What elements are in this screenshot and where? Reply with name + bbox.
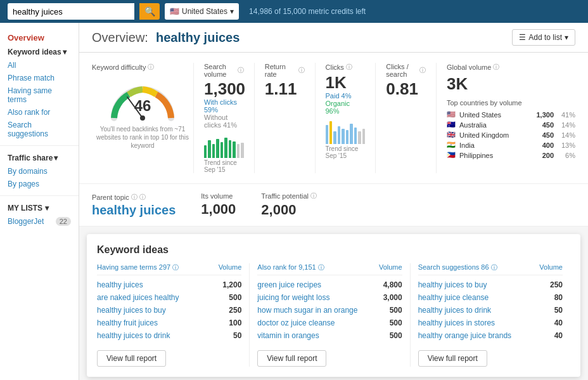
bar bbox=[329, 121, 332, 144]
gv-value: 3K bbox=[447, 74, 575, 94]
its-volume-block: Its volume 1,000 bbox=[201, 192, 236, 218]
svg-point-1 bbox=[140, 115, 145, 121]
hst-info-icon[interactable]: ⓘ bbox=[172, 264, 179, 271]
sidebar-item-keyword-ideas[interactable]: Keyword ideas▾ bbox=[0, 45, 79, 59]
view-full-report-arf-button[interactable]: View full report bbox=[257, 350, 326, 367]
ki-keyword-link[interactable]: healthy juices bbox=[97, 280, 143, 289]
ki-keyword-link[interactable]: green juice recipes bbox=[257, 280, 321, 289]
sidebar-item-overview[interactable]: Overview bbox=[0, 30, 79, 45]
bar bbox=[233, 141, 235, 158]
sidebar-item-by-domains[interactable]: By domains bbox=[0, 165, 79, 178]
kd-info-icon[interactable]: ⓘ bbox=[148, 63, 154, 72]
sidebar-item-also-rank-for[interactable]: Also rank for bbox=[0, 106, 79, 119]
sidebar-item-search-suggestions[interactable]: Search suggestions bbox=[0, 119, 79, 140]
bar bbox=[338, 126, 340, 144]
country-row-ph: 🇵🇭 Philippines 200 6% bbox=[447, 151, 575, 159]
ki-keyword-link[interactable]: juicing for weight loss bbox=[257, 293, 329, 302]
sidebar-my-lists[interactable]: MY LISTS▾ bbox=[0, 201, 79, 215]
sidebar-item-all[interactable]: All bbox=[0, 59, 79, 72]
ki-keyword-link[interactable]: healthy orange juice brands bbox=[418, 331, 511, 340]
country-label: United States bbox=[182, 7, 227, 16]
bar bbox=[224, 138, 227, 158]
country-row-in: 🇮🇳 India 400 13% bbox=[447, 141, 575, 149]
sv-label: Search volume ⓘ bbox=[204, 63, 244, 78]
ki-keyword-link[interactable]: healthy juice cleanse bbox=[418, 293, 489, 302]
parent-topic-value[interactable]: healthy juices bbox=[92, 203, 176, 218]
sv-info-icon[interactable]: ⓘ bbox=[238, 66, 244, 75]
bar bbox=[220, 142, 223, 158]
chevron-down-icon: ▾ bbox=[565, 33, 568, 42]
ki-keyword-link[interactable]: healthy juices to buy bbox=[418, 280, 487, 289]
country-row-au: 🇦🇺 Australia 450 14% bbox=[447, 121, 575, 129]
ki-keyword-link[interactable]: doctor oz juice cleanse bbox=[257, 318, 335, 327]
traffic-potential-block: Traffic potential ⓘ 2,000 bbox=[261, 192, 317, 218]
us-flag-icon: 🇺🇸 bbox=[170, 7, 179, 16]
sidebar-divider-1 bbox=[0, 145, 79, 146]
hst-header: Having same terms 297 ⓘ Volume bbox=[97, 263, 241, 275]
sidebar-item-phrase-match[interactable]: Phrase match bbox=[0, 72, 79, 84]
ki-keyword-link[interactable]: how much sugar in an orange bbox=[257, 306, 357, 315]
ki-keyword-link[interactable]: healthy juices to drink bbox=[97, 331, 170, 340]
rr-label: Return rate ⓘ bbox=[265, 63, 305, 78]
ki-keyword-link[interactable]: are naked juices healthy bbox=[97, 293, 179, 302]
ki-keyword-link[interactable]: healthy fruit juices bbox=[97, 318, 158, 327]
sidebar-item-by-pages[interactable]: By pages bbox=[0, 178, 79, 190]
topbar: 🔍 🇺🇸 United States ▾ 14,986 of 15,000 me… bbox=[0, 0, 588, 23]
clicks-info-icon[interactable]: ⓘ bbox=[346, 63, 352, 72]
parent-topic-block: Parent topic ⓘ ⓘ healthy juices bbox=[92, 193, 176, 218]
gv-label: Global volume ⓘ bbox=[447, 63, 575, 72]
sidebar-item-traffic-share[interactable]: Traffic share▾ bbox=[0, 151, 79, 165]
rr-info-icon[interactable]: ⓘ bbox=[298, 66, 305, 75]
keyword-difficulty-section: Keyword difficulty ⓘ bbox=[92, 63, 193, 173]
bar bbox=[350, 124, 352, 144]
chevron-down-icon: ▾ bbox=[230, 7, 234, 16]
search-button[interactable]: 🔍 bbox=[139, 3, 160, 20]
bar bbox=[241, 143, 243, 158]
tp-info-icon[interactable]: ⓘ bbox=[310, 192, 317, 200]
clicks-card: Clicks ⓘ 1K Paid 4% Organic 96% bbox=[315, 63, 376, 173]
sv-value: 1,300 bbox=[204, 81, 244, 97]
country-selector[interactable]: 🇺🇸 United States ▾ bbox=[165, 3, 239, 20]
list-item: how much sugar in an orange 500 bbox=[257, 306, 402, 315]
ki-keyword-link[interactable]: healthy juices to drink bbox=[418, 306, 491, 315]
ki-keyword-link[interactable]: vitamin in oranges bbox=[257, 331, 319, 340]
sv-sub: With clicks 59% Without clicks 41% bbox=[204, 98, 244, 129]
in-flag-icon: 🇮🇳 bbox=[447, 141, 456, 149]
sidebar-item-having-same-terms[interactable]: Having same terms bbox=[0, 84, 79, 106]
sidebar-item-bloggerjet[interactable]: BloggerJet 22 bbox=[0, 215, 79, 228]
view-full-report-hst-button[interactable]: View full report bbox=[97, 350, 166, 367]
add-to-list-button[interactable]: ☰ Add to list ▾ bbox=[512, 29, 575, 46]
ss-info-icon[interactable]: ⓘ bbox=[491, 264, 497, 271]
ki-keyword-link[interactable]: healthy juices to buy bbox=[97, 306, 166, 315]
bar bbox=[362, 129, 365, 144]
list-item: healthy orange juice brands 40 bbox=[418, 331, 563, 340]
parent-topic-label: Parent topic ⓘ ⓘ bbox=[92, 193, 176, 202]
kd-note: You'll need backlinks from ~71 websites … bbox=[92, 125, 193, 150]
bar bbox=[346, 130, 348, 144]
bar bbox=[342, 129, 344, 144]
list-item: healthy juices to drink 50 bbox=[418, 306, 563, 315]
clicks-per-search-card: Clicks / search ⓘ 0.81 bbox=[375, 63, 436, 173]
stats-row: Keyword difficulty ⓘ bbox=[79, 53, 588, 184]
list-item: healthy fruit juices 100 bbox=[97, 318, 241, 327]
return-rate-card: Return rate ⓘ 1.11 bbox=[254, 63, 315, 173]
arf-info-icon[interactable]: ⓘ bbox=[318, 264, 324, 271]
kd-label: Keyword difficulty ⓘ bbox=[92, 63, 193, 72]
gv-info-icon[interactable]: ⓘ bbox=[493, 63, 499, 72]
list-icon: ☰ bbox=[519, 33, 526, 42]
ph-flag-icon: 🇵🇭 bbox=[447, 151, 456, 159]
ki-keyword-link[interactable]: healthy juices in stores bbox=[418, 318, 495, 327]
view-full-report-ss-button[interactable]: View full report bbox=[418, 350, 487, 367]
overview-title: Overview: healthy juices bbox=[92, 29, 243, 46]
search-volume-card: Search volume ⓘ 1,300 With clicks 59% Wi… bbox=[193, 63, 254, 173]
pt-info-icon[interactable]: ⓘ bbox=[131, 193, 137, 202]
its-volume-label: Its volume bbox=[201, 192, 236, 200]
cps-info-icon[interactable]: ⓘ bbox=[419, 66, 426, 75]
having-same-terms-col: Having same terms 297 ⓘ Volume healthy j… bbox=[97, 263, 250, 367]
list-item: healthy juices to buy 250 bbox=[97, 306, 241, 315]
parent-topic-row: Parent topic ⓘ ⓘ healthy juices Its volu… bbox=[79, 184, 588, 226]
bar bbox=[216, 139, 219, 158]
us-flag-icon: 🇺🇸 bbox=[447, 110, 456, 119]
country-list: 🇺🇸 United States 1,300 41% 🇦🇺 Australia … bbox=[447, 110, 575, 159]
search-input[interactable] bbox=[8, 3, 134, 20]
